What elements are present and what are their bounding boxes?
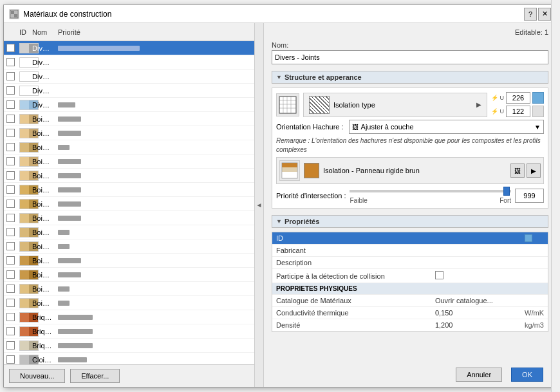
row-checkbox[interactable] — [6, 157, 15, 165]
row-checkbox[interactable] — [6, 313, 15, 321]
table-row[interactable]: Bois - Aggloméré 01 — [4, 112, 254, 126]
table-row[interactable]: Bois - Bardage — [4, 140, 254, 154]
svg-rect-2 — [14, 11, 17, 14]
row-checkbox[interactable] — [6, 299, 15, 307]
nouveau-button[interactable]: Nouveau... — [9, 369, 65, 383]
row-checkbox[interactable] — [6, 171, 15, 180]
layer2-num-input[interactable] — [506, 106, 530, 117]
row-checkbox[interactable] — [6, 242, 15, 250]
slider-track — [350, 190, 511, 192]
isolation-type-box[interactable]: Isolation type ▶ — [303, 93, 487, 117]
table-row[interactable]: Divers - Percement — [4, 55, 254, 70]
structure-section-header[interactable]: ▼ Structure et apperance — [272, 71, 548, 84]
table-row[interactable]: Brique - Silico-calcaire ou BKS — [4, 339, 254, 353]
row-checkbox[interactable] — [6, 185, 15, 194]
row-checkbox[interactable] — [6, 58, 15, 66]
nom-field-row: Nom: — [272, 41, 548, 64]
material-arrow-button[interactable]: ▶ — [527, 163, 541, 178]
table-row[interactable]: Bois - Equarri 02 — [4, 197, 254, 211]
help-button[interactable]: ? — [524, 8, 537, 21]
props-scrollbar[interactable] — [551, 23, 556, 387]
table-row[interactable]: Cloison - Armature — [4, 353, 254, 364]
row-checkbox[interactable] — [6, 72, 15, 80]
priority-cell — [55, 102, 177, 107]
material-row: Isolation - Panneau rigide brun 🖼 ▶ — [276, 157, 544, 184]
row-checkbox[interactable] — [6, 327, 15, 335]
material-image-button[interactable]: 🖼 — [510, 163, 525, 178]
table-row[interactable]: Divers - Vide — [4, 70, 254, 84]
row-checkbox-container — [4, 185, 17, 194]
row-name: Bois - OSB 01 — [30, 285, 55, 293]
slider-thumb[interactable] — [503, 187, 510, 196]
table-row[interactable]: Bois - Aggloméré 02 — [4, 126, 254, 140]
table-row[interactable]: Bois - Contreplaqué 02 — [4, 169, 254, 183]
table-row[interactable]: Divers - Vide faux plafond — [4, 84, 254, 98]
table-row[interactable]: Divers - Joints — [4, 41, 254, 55]
row-checkbox[interactable] — [6, 44, 15, 52]
row-checkbox-container — [4, 228, 17, 236]
row-checkbox-container — [4, 270, 17, 279]
table-row[interactable]: Bois - Lamellé-collé — [4, 211, 254, 225]
prop-val-densite: 1,200 — [431, 319, 521, 331]
table-row[interactable]: Bois - Massif 01 — [4, 254, 254, 268]
prop-row-description[interactable]: Description — [272, 257, 548, 269]
header-name[interactable]: Nom — [30, 28, 55, 36]
prop-row-conductivite[interactable]: Conductivité thermique 0,150 W/mK — [272, 307, 548, 319]
id-indicator — [525, 234, 532, 242]
table-row[interactable]: Brique - Alvéolées (Gd Echelle) — [4, 310, 254, 324]
left-button-bar: Nouveau... Effacer... — [4, 364, 254, 387]
collision-checkbox[interactable] — [435, 271, 443, 279]
layer2-icon: ⚡ — [491, 108, 498, 115]
material-list[interactable]: Divers - Joints Divers - Percement Diver… — [4, 41, 254, 364]
row-checkbox[interactable] — [6, 285, 15, 293]
table-row[interactable]: Bois - Lattage ou liteaux — [4, 239, 254, 254]
orientation-dropdown[interactable]: 🖼 Ajuster à couche ▼ — [349, 120, 544, 134]
layer1-num-input[interactable] — [506, 92, 530, 104]
row-checkbox[interactable] — [6, 200, 15, 208]
table-row[interactable]: Divers - Vitrage — [4, 98, 254, 112]
row-checkbox[interactable] — [6, 115, 15, 123]
row-checkbox[interactable] — [6, 341, 15, 350]
priority-slider-track-container — [350, 187, 511, 196]
row-name: Bois - Equarri 02 — [30, 200, 55, 208]
row-checkbox[interactable] — [6, 228, 15, 236]
row-checkbox[interactable] — [6, 100, 15, 109]
prop-action-description — [521, 257, 548, 269]
annuler-button[interactable]: Annuler — [456, 368, 502, 382]
header-id[interactable]: ID — [17, 28, 30, 36]
row-checkbox[interactable] — [6, 143, 15, 151]
material-color-swatch[interactable] — [304, 163, 319, 178]
ok-button[interactable]: OK — [511, 368, 543, 382]
table-row[interactable]: Bois - Equarri 01 — [4, 183, 254, 197]
table-row[interactable]: Bois - Lattage — [4, 225, 254, 239]
header-priority[interactable]: Priorité — [55, 28, 167, 36]
table-row[interactable]: Bois - OSB 02 — [4, 296, 254, 310]
prop-row-collision[interactable]: Participe à la détection de collision — [272, 269, 548, 283]
priority-intersection-row: Priorité d'intersection : Faible Fort — [276, 187, 544, 204]
layer1-color-box[interactable] — [532, 92, 544, 104]
nom-input[interactable] — [272, 50, 548, 64]
table-row[interactable]: Brique - Alvéolées ou Mono mur — [4, 324, 254, 339]
row-checkbox[interactable] — [6, 214, 15, 222]
table-row[interactable]: Bois - Contreplaqué 01 — [4, 154, 254, 169]
prop-key-conductivite: Conductivité thermique — [272, 307, 431, 319]
title-bar: Matériaux de construction ? ✕ — [4, 5, 556, 23]
prop-row-fabricant[interactable]: Fabricant — [272, 245, 548, 257]
row-checkbox[interactable] — [6, 86, 15, 95]
row-checkbox[interactable] — [6, 129, 15, 137]
priority-value-input[interactable] — [515, 189, 544, 203]
layer2-color-box[interactable] — [532, 106, 544, 117]
row-checkbox[interactable] — [6, 270, 15, 279]
row-checkbox[interactable] — [6, 355, 15, 364]
prop-row-densite[interactable]: Densité 1,200 kg/m3 — [272, 319, 548, 331]
table-row[interactable]: Bois - Massif 02 — [4, 268, 254, 282]
effacer-button[interactable]: Effacer... — [70, 369, 120, 383]
priority-cell — [55, 286, 177, 292]
close-button[interactable]: ✕ — [538, 8, 551, 21]
svg-rect-4 — [14, 14, 17, 17]
table-row[interactable]: Bois - OSB 01 — [4, 282, 254, 296]
prop-row-catalogue[interactable]: Catalogue de Matériaux Ouvrir catalogue.… — [272, 295, 548, 307]
prop-row-id[interactable]: ID — [272, 232, 548, 245]
properties-section-header[interactable]: ▼ Propriétés — [272, 215, 548, 228]
row-checkbox[interactable] — [6, 256, 15, 265]
